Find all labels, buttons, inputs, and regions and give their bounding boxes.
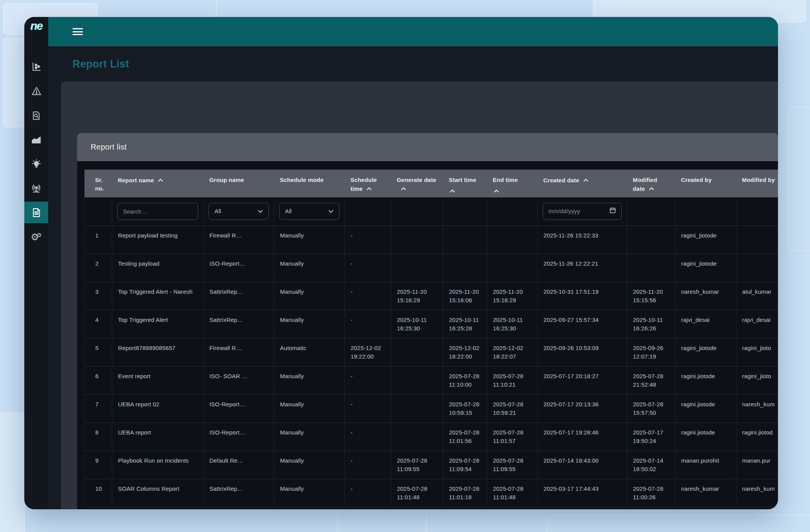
cell-group-name: ISO-Report… — [204, 254, 274, 282]
cell-created-by: ragini.jiotode — [675, 423, 736, 451]
filter-cell-empty — [675, 197, 736, 226]
cell-created-date: 2025-07-17 20:18:27 — [538, 366, 627, 394]
report-name-search-input[interactable] — [117, 203, 198, 220]
schedule-filter-value: All — [285, 207, 292, 215]
chevron-down-icon — [328, 207, 334, 215]
cell-sr-no: 7 — [84, 394, 112, 423]
sidebar-nav: ⚙⚙ — [24, 46, 48, 249]
created-date-filter-input[interactable]: mm/dd/yyyy — [543, 203, 622, 220]
col-header-created-date[interactable]: Created date — [538, 170, 627, 197]
cell-schedule-mode: Manually — [274, 226, 345, 254]
calendar-icon — [609, 207, 616, 216]
alerts-icon — [31, 86, 42, 96]
cell-schedule-mode: Manually — [274, 282, 345, 310]
cell-modified-by: naresh_kum — [736, 394, 778, 423]
cell-created-date: 2025-07-14 18:43:00 — [538, 451, 627, 479]
sidebar-item-reports[interactable] — [24, 202, 48, 223]
cell-modified-by: ragini_jioto — [736, 366, 778, 394]
report-list-card: Report list Sr. no. — [77, 133, 778, 509]
app-logo[interactable]: ne — [24, 17, 48, 46]
cell-report-name: UEBA report — [112, 423, 204, 451]
cell-modified-by — [736, 254, 778, 282]
cell-modified-date: 2025-09-26 12:07:19 — [627, 338, 675, 366]
filter-cell-empty — [443, 197, 487, 226]
card-body: Sr. no. Report name Group name Schedule … — [77, 161, 778, 509]
chevron-down-icon — [258, 207, 263, 215]
sort-caret-icon — [649, 184, 654, 193]
cell-end-time: 2025-07-28 11:01:57 — [487, 423, 538, 451]
cell-schedule-time: - — [345, 423, 391, 451]
cell-start-time — [443, 226, 487, 254]
trend-chart-icon — [31, 135, 42, 145]
sidebar-item-analytics[interactable] — [24, 55, 48, 79]
cell-end-time: 2025-07-28 11:10:21 — [487, 366, 538, 394]
cell-report-name: Report678989085657 — [112, 338, 204, 366]
col-header-schedule-time[interactable]: Schedule time — [345, 170, 391, 197]
table-row: 1 Report payload testing Firewall R… Man… — [84, 226, 778, 254]
cell-modified-by: ragini.jiotod — [736, 423, 778, 451]
schedule-mode-filter-select[interactable]: All — [279, 203, 339, 220]
background-pattern-block — [3, 38, 25, 127]
sidebar-item-insights[interactable] — [24, 152, 48, 176]
cell-modified-date: 2025-11-20 15:15:56 — [627, 282, 675, 310]
col-header-start-time[interactable]: Start time — [443, 170, 487, 197]
col-header-generate-date[interactable]: Generate date — [391, 170, 443, 197]
cell-start-time: 2025-07-28 11:01:56 — [443, 423, 487, 451]
background-pattern-block — [97, 0, 217, 17]
cell-schedule-time: - — [345, 394, 391, 423]
sort-caret-icon — [583, 176, 589, 184]
sort-caret-icon — [366, 184, 372, 193]
cell-sr-no: 9 — [84, 451, 112, 479]
cell-group-name: ISO- SOAR … — [204, 366, 274, 394]
cell-end-time: 2025-07-28 11:01:48 — [487, 479, 538, 507]
cell-group-name: SattrixRep… — [204, 310, 274, 338]
cell-modified-by: manan.pur — [736, 451, 778, 479]
cell-generate-date — [391, 394, 443, 423]
cell-report-name: Testing payload — [112, 254, 204, 282]
filter-cell-empty — [345, 197, 391, 226]
cell-schedule-mode: Manually — [274, 254, 345, 282]
col-header-schedule-mode: Schedule mode — [274, 170, 345, 197]
cell-modified-date: 2025-07-28 11:00:26 — [627, 479, 675, 507]
sidebar-item-settings[interactable]: ⚙⚙ — [24, 225, 48, 249]
card-title: Report list — [77, 133, 778, 161]
cell-generate-date — [391, 366, 443, 394]
hamburger-menu-icon[interactable] — [73, 28, 83, 35]
sidebar-item-log-search[interactable] — [24, 103, 48, 128]
col-header-report-name[interactable]: Report name — [112, 170, 204, 197]
cell-created-by: ragini.jiotode — [675, 394, 736, 423]
table-row: 9 Playbook Run on Incidents Default Re… … — [84, 451, 778, 479]
cell-group-name: Firewall R… — [204, 226, 274, 254]
cell-created-by: rajvi_desai — [675, 310, 736, 338]
log-search-icon — [31, 111, 41, 121]
col-header-group-name: Group name — [204, 170, 274, 197]
cell-sr-no: 8 — [84, 423, 112, 451]
cell-start-time: 2025-07-28 11:09:54 — [443, 451, 487, 479]
cell-group-name: SattrixRep… — [204, 479, 274, 507]
cell-generate-date: 2025-10-11 16:25:30 — [391, 310, 443, 338]
cell-start-time: 2025-07-28 11:01:18 — [443, 479, 487, 507]
cell-created-date: 2025-11-26 12:22:21 — [538, 254, 627, 282]
report-table: Sr. no. Report name Group name Schedule … — [84, 170, 778, 507]
cell-report-name: SOAR Columns Report — [112, 479, 204, 507]
cell-schedule-time: - — [345, 479, 391, 507]
cell-start-time: 2025-07-28 10:59:15 — [443, 394, 487, 423]
cell-modified-date: 2025-07-28 15:57:50 — [627, 394, 675, 423]
cell-generate-date: 2025-07-28 11:09:55 — [391, 451, 443, 479]
cell-modified-by: ragini_jioto — [736, 338, 778, 366]
sidebar-item-alerts[interactable] — [24, 79, 48, 103]
group-name-filter-select[interactable]: All — [209, 203, 269, 220]
cell-schedule-time: - — [345, 451, 391, 479]
col-header-end-time[interactable]: End time — [487, 170, 538, 197]
table-row: 8 UEBA report ISO-Report… Manually - 202… — [84, 423, 778, 451]
col-header-modified-date[interactable]: Modified date — [627, 170, 675, 197]
cell-end-time — [487, 254, 538, 282]
cell-created-date: 2025-10-31 17:51:19 — [538, 282, 627, 310]
background-pattern-block — [547, 515, 810, 532]
cell-group-name: Firewall R… — [204, 338, 274, 366]
insights-icon — [31, 159, 42, 169]
sidebar-item-broadcast[interactable] — [24, 176, 48, 200]
broadcast-icon — [31, 183, 42, 194]
cell-modified-date: 2025-07-17 19:50:24 — [627, 423, 675, 451]
sidebar-item-trend-chart[interactable] — [24, 128, 48, 152]
